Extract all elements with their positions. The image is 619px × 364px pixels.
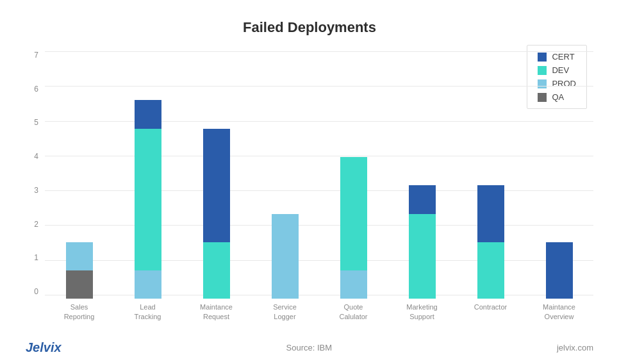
bar-group-0 bbox=[45, 51, 113, 299]
x-labels: SalesReportingLeadTrackingMaintanceReque… bbox=[45, 299, 593, 321]
x-label-3: ServiceLogger bbox=[251, 299, 319, 321]
bar-stack-4 bbox=[340, 157, 367, 299]
bar-segment-cert bbox=[135, 100, 161, 128]
footer-source: Source: IBM bbox=[286, 343, 333, 352]
bar-segment-dev bbox=[203, 242, 230, 299]
x-label-7: MaintanceOverview bbox=[525, 299, 593, 321]
bar-stack-1 bbox=[135, 100, 161, 299]
footer-brand: Jelvix bbox=[26, 340, 62, 355]
bar-segment-prod bbox=[66, 242, 93, 270]
bar-segment-prod bbox=[340, 270, 367, 299]
x-label-2: MaintanceRequest bbox=[182, 299, 251, 321]
y-label: 7 bbox=[26, 51, 38, 59]
bar-segment-dev bbox=[340, 157, 367, 270]
bar-segment-prod bbox=[272, 214, 299, 299]
bars-row bbox=[45, 51, 593, 299]
bar-segment-cert bbox=[203, 129, 230, 242]
x-label-6: Contractor bbox=[456, 299, 525, 321]
bar-stack-3 bbox=[272, 214, 299, 299]
bar-group-2 bbox=[182, 51, 251, 299]
x-label-1: LeadTracking bbox=[113, 299, 182, 321]
bar-segment-dev bbox=[409, 214, 436, 299]
y-label: 2 bbox=[26, 220, 38, 228]
y-label: 3 bbox=[26, 186, 38, 194]
y-label: 1 bbox=[26, 254, 38, 261]
x-label-5: MarketingSupport bbox=[388, 299, 456, 321]
footer: Jelvix Source: IBM jelvix.com bbox=[0, 334, 619, 364]
footer-url: jelvix.com bbox=[557, 343, 593, 352]
bar-segment-cert bbox=[546, 242, 573, 299]
bar-stack-5 bbox=[409, 185, 436, 299]
bar-segment-qa bbox=[66, 270, 93, 299]
x-label-4: QuoteCalulator bbox=[319, 299, 388, 321]
y-label: 5 bbox=[26, 119, 38, 126]
bar-group-4 bbox=[319, 51, 388, 299]
bar-stack-6 bbox=[477, 185, 504, 299]
bar-group-5 bbox=[388, 51, 456, 299]
bar-group-1 bbox=[113, 51, 182, 299]
bar-stack-7 bbox=[546, 242, 573, 299]
bar-segment-dev bbox=[135, 129, 161, 270]
chart-container: Failed Deployments CERTDEVPRODQA 0123456… bbox=[0, 0, 619, 334]
chart-area: 01234567 SalesReportingLeadTrackingMaint… bbox=[26, 51, 593, 321]
y-label: 6 bbox=[26, 85, 38, 93]
y-label: 0 bbox=[26, 288, 38, 295]
x-label-0: SalesReporting bbox=[45, 299, 113, 321]
chart-title: Failed Deployments bbox=[26, 19, 593, 36]
y-label: 4 bbox=[26, 153, 38, 160]
bar-stack-2 bbox=[203, 129, 230, 299]
bar-stack-0 bbox=[66, 242, 93, 299]
bar-group-3 bbox=[251, 51, 319, 299]
bar-segment-cert bbox=[477, 185, 504, 242]
bar-segment-prod bbox=[135, 270, 161, 299]
bar-segment-dev bbox=[477, 242, 504, 299]
bar-group-7 bbox=[525, 51, 593, 299]
y-axis: 01234567 bbox=[26, 51, 38, 321]
bar-segment-cert bbox=[409, 185, 436, 213]
bar-group-6 bbox=[456, 51, 525, 299]
bars-and-grid: SalesReportingLeadTrackingMaintanceReque… bbox=[45, 51, 593, 321]
